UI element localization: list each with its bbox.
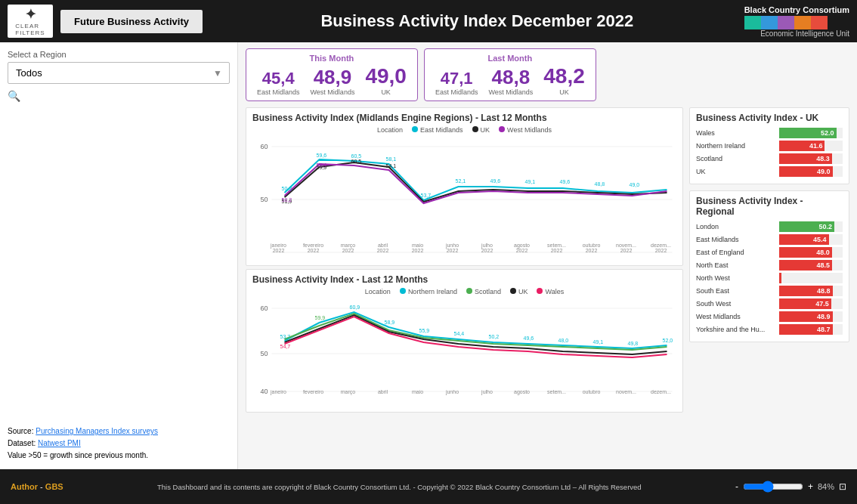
stat-lbl-em-this: East Midlands bbox=[257, 88, 300, 96]
bar-label-ni: Northern Ireland bbox=[696, 142, 779, 150]
bar-val-london: 50.2 bbox=[819, 223, 833, 230]
svg-text:50: 50 bbox=[261, 196, 268, 203]
region-select[interactable]: Todos bbox=[8, 62, 230, 84]
chart-last-year-legend: Location Northern Ireland Scotland UK Wa… bbox=[252, 288, 676, 295]
bar-track-west-midlands: 48.9 bbox=[779, 311, 843, 322]
fit-icon[interactable]: ⊡ bbox=[839, 481, 846, 492]
brand-box: Black Country Consortium Economic Intell… bbox=[744, 5, 849, 38]
stat-lbl-uk-this: UK bbox=[365, 88, 407, 96]
svg-text:2022: 2022 bbox=[273, 248, 285, 253]
bar-val-wales: 52.0 bbox=[821, 129, 834, 137]
charts-grid: Business Activity Index (Midlands Engine… bbox=[238, 104, 857, 469]
bar-val-south-west: 47.5 bbox=[815, 300, 829, 308]
main-layout: Select a Region Todos ▼ 🔍 Source: Purcha… bbox=[0, 42, 857, 469]
svg-text:49,1: 49,1 bbox=[593, 339, 604, 345]
logo: ✦ CLEARFILTERS bbox=[8, 5, 53, 38]
svg-text:40: 40 bbox=[261, 388, 268, 395]
logo-icon: ✦ bbox=[25, 6, 36, 23]
legend-sc: Scotland bbox=[466, 288, 501, 295]
bar-row-scotland: Scotland 48.3 bbox=[696, 153, 843, 164]
bar-row-east-midlands: East Midlands 45.4 bbox=[696, 234, 843, 245]
bar-fill-south-west: 47.5 bbox=[779, 298, 831, 309]
svg-text:2022: 2022 bbox=[342, 248, 354, 253]
sidebar-spacer bbox=[8, 102, 230, 419]
bar-label-north-west: North West bbox=[696, 274, 779, 282]
bar-track-north-west bbox=[779, 273, 843, 283]
bar-row-west-midlands: West Midlands 48.9 bbox=[696, 311, 843, 322]
svg-text:2022: 2022 bbox=[481, 248, 493, 253]
svg-text:49,8: 49,8 bbox=[628, 341, 639, 346]
this-month-values: 45,4 East Midlands 48,9 West Midlands 49… bbox=[257, 66, 407, 96]
stat-num-uk-last: 48,2 bbox=[543, 66, 585, 87]
stat-uk-last: 48,2 UK bbox=[543, 66, 585, 96]
select-wrapper: Todos ▼ bbox=[8, 62, 230, 84]
svg-text:janeiro: janeiro bbox=[270, 389, 286, 395]
svg-text:maio: maio bbox=[412, 389, 423, 394]
zoom-slider[interactable] bbox=[743, 481, 803, 493]
stat-num-em-last: 47,1 bbox=[435, 70, 478, 87]
svg-text:54,7: 54,7 bbox=[280, 344, 291, 349]
bar-label-uk: UK bbox=[696, 168, 779, 175]
svg-text:48,8: 48,8 bbox=[595, 181, 605, 187]
top-bar: ✦ CLEARFILTERS Future Business Activity … bbox=[0, 0, 857, 42]
legend-uk: UK bbox=[472, 126, 490, 134]
zoom-minus[interactable]: - bbox=[735, 481, 738, 492]
bar-label-west-midlands: West Midlands bbox=[696, 313, 779, 320]
svg-text:49,1: 49,1 bbox=[525, 179, 536, 184]
lastyear-svg: 60 50 40 bbox=[252, 297, 676, 399]
legend-uk2: UK bbox=[510, 288, 528, 295]
svg-text:53,7: 53,7 bbox=[421, 193, 432, 198]
bar-uk-title: Business Activity Index - UK bbox=[696, 113, 843, 123]
brand-seg-1 bbox=[744, 16, 761, 29]
source-link[interactable]: Purchasing Managers Index surveys bbox=[36, 427, 158, 435]
svg-text:48,0: 48,0 bbox=[558, 338, 569, 343]
brand-bar bbox=[744, 16, 849, 29]
author-name: GBS bbox=[45, 482, 63, 491]
sidebar: Select a Region Todos ▼ 🔍 Source: Purcha… bbox=[0, 42, 238, 469]
svg-text:junho: junho bbox=[445, 389, 459, 395]
dataset-link[interactable]: Natwest PMI bbox=[38, 439, 81, 447]
bar-fill-east-midlands: 45.4 bbox=[779, 234, 829, 245]
value-note: Value >50 = growth since previous month. bbox=[8, 450, 230, 462]
bar-val-scotland: 48.3 bbox=[816, 155, 830, 162]
content-area: This Month 45,4 East Midlands 48,9 West … bbox=[238, 42, 857, 469]
bar-row-north-east: North East 48.5 bbox=[696, 260, 843, 271]
stat-uk-this: 49,0 UK bbox=[365, 66, 407, 96]
bar-track-south-west: 47.5 bbox=[779, 298, 843, 309]
legend-em: East Midlands bbox=[412, 126, 463, 134]
legend-wa: Wales bbox=[537, 288, 564, 295]
svg-text:54,1: 54,1 bbox=[386, 163, 397, 169]
charts-right: Business Activity Index - UK Wales 52.0 bbox=[683, 107, 849, 466]
bar-fill-north-east: 48.5 bbox=[779, 260, 832, 271]
bar-label-south-west: South West bbox=[696, 300, 779, 308]
this-month-title: This Month bbox=[257, 54, 407, 63]
nav-button[interactable]: Future Business Activity bbox=[60, 10, 203, 33]
page-title: Business Activity Index December 2022 bbox=[210, 11, 744, 31]
bar-label-wales: Wales bbox=[696, 129, 779, 137]
stat-lbl-em-last: East Midlands bbox=[435, 88, 478, 96]
bar-label-east-england: East of England bbox=[696, 249, 779, 256]
svg-text:agosto: agosto bbox=[514, 389, 530, 395]
svg-text:55,9: 55,9 bbox=[419, 328, 430, 333]
svg-text:50,2: 50,2 bbox=[282, 186, 292, 191]
bar-fill-ni: 41.6 bbox=[779, 141, 825, 151]
stat-num-wm-this: 48,9 bbox=[311, 67, 355, 87]
svg-text:março: março bbox=[341, 389, 356, 395]
bar-uk-rows: Wales 52.0 Northern Ireland bbox=[696, 128, 843, 177]
bar-val-east-midlands: 45.4 bbox=[813, 236, 827, 243]
stat-lbl-uk-last: UK bbox=[543, 88, 585, 96]
legend-ni: Northern Ireland bbox=[400, 288, 457, 295]
svg-text:fevereiro: fevereiro bbox=[303, 243, 323, 248]
zoom-plus[interactable]: + bbox=[808, 481, 813, 492]
region-label: Select a Region bbox=[8, 50, 230, 59]
bar-regional-title: Business Activity Index - Regional bbox=[696, 196, 843, 217]
bar-row-uk: UK 49.0 bbox=[696, 166, 843, 177]
logo-sub: CLEARFILTERS bbox=[15, 23, 45, 36]
last-month-values: 47,1 East Midlands 48,8 West Midlands 48… bbox=[435, 66, 585, 96]
bar-fill-east-england: 48.0 bbox=[779, 247, 832, 258]
svg-text:49,0: 49,0 bbox=[630, 182, 640, 187]
svg-text:outubro: outubro bbox=[583, 389, 601, 394]
stats-row: This Month 45,4 East Midlands 48,9 West … bbox=[238, 42, 857, 104]
svg-text:58,1: 58,1 bbox=[386, 156, 397, 162]
bar-fill-north-west bbox=[779, 273, 781, 283]
